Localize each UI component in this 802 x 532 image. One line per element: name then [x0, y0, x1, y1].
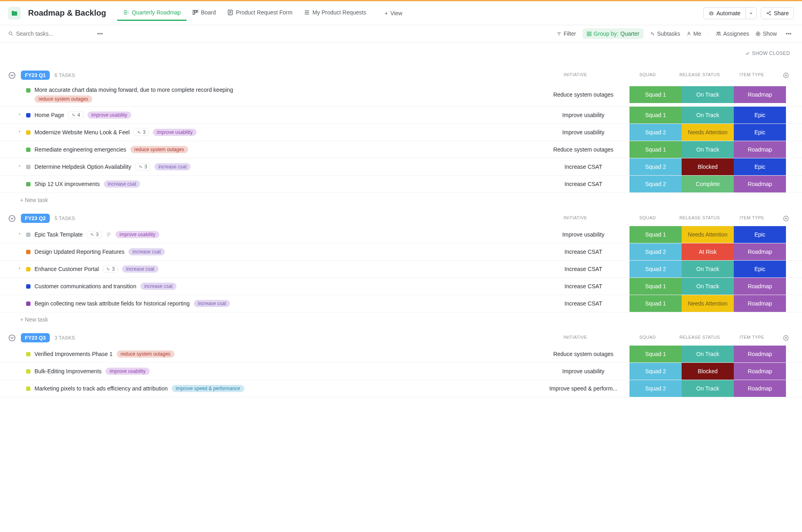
col-header-item-type[interactable]: ITEM TYPE	[726, 72, 778, 79]
subtask-count-badge[interactable]: 3	[134, 129, 149, 136]
task-title[interactable]: Customer communications and transition	[35, 283, 136, 289]
release-status-cell[interactable]: Needs Attention	[682, 226, 734, 243]
item-type-cell[interactable]: Roadmap	[734, 86, 786, 103]
subtask-count-badge[interactable]: 4	[68, 111, 83, 119]
folder-icon[interactable]	[8, 7, 21, 20]
squad-cell[interactable]: Squad 2	[629, 363, 682, 380]
tab-product-request-form[interactable]: Product Request Form	[221, 5, 298, 21]
release-status-cell[interactable]: On Track	[682, 278, 734, 295]
item-type-cell[interactable]: Roadmap	[734, 243, 786, 260]
release-status-cell[interactable]: On Track	[682, 141, 734, 158]
tag-improve_usability[interactable]: improve usability	[116, 231, 159, 238]
initiative-cell[interactable]: Improve usability	[537, 368, 629, 374]
show-button[interactable]: Show	[755, 30, 777, 37]
initiative-cell[interactable]: Reduce system outages	[537, 91, 629, 98]
tag-increase_csat[interactable]: increase csat	[128, 248, 165, 255]
col-header-initiative[interactable]: INITIATIVE	[529, 72, 621, 79]
description-icon[interactable]	[106, 232, 112, 237]
task-row[interactable]: Modernize Website Menu Look & Feel3impro…	[0, 123, 802, 141]
tag-reduce[interactable]: reduce system outages	[130, 146, 188, 153]
task-title[interactable]: Remediate engineering emergencies	[35, 146, 126, 153]
status-square-icon[interactable]	[26, 352, 30, 356]
task-title[interactable]: Enhance Customer Portal	[35, 266, 99, 272]
item-type-cell[interactable]: Roadmap	[734, 141, 786, 158]
initiative-cell[interactable]: Increase CSAT	[537, 266, 629, 272]
col-header-item-type[interactable]: ITEM TYPE	[726, 215, 778, 222]
release-status-cell[interactable]: On Track	[682, 380, 734, 397]
group-pill[interactable]: FY23 Q1	[21, 71, 50, 80]
tag-reduce[interactable]: reduce system outages	[35, 95, 92, 103]
item-type-cell[interactable]: Epic	[734, 158, 786, 175]
col-header-squad[interactable]: SQUAD	[621, 335, 674, 341]
task-row[interactable]: Marketing pixels to track ads efficiency…	[0, 380, 802, 397]
release-status-cell[interactable]: On Track	[682, 107, 734, 123]
release-status-cell[interactable]: Blocked	[682, 158, 734, 175]
tag-reduce[interactable]: reduce system outages	[117, 350, 175, 358]
squad-cell[interactable]: Squad 2	[629, 243, 682, 260]
tag-improve_usability[interactable]: improve usability	[87, 111, 131, 119]
task-row[interactable]: Customer communications and transitionin…	[0, 277, 802, 295]
search-more-icon[interactable]: •••	[95, 30, 106, 37]
item-type-cell[interactable]: Roadmap	[734, 380, 786, 397]
release-status-cell[interactable]: On Track	[682, 86, 734, 103]
status-square-icon[interactable]	[26, 165, 30, 169]
col-header-squad[interactable]: SQUAD	[621, 72, 674, 79]
item-type-cell[interactable]: Roadmap	[734, 346, 786, 362]
task-title[interactable]: Home Page	[35, 112, 64, 118]
squad-cell[interactable]: Squad 2	[629, 261, 682, 277]
task-row[interactable]: Enhance Customer Portal3increase csat In…	[0, 260, 802, 277]
task-row[interactable]: Ship 12 UX improvementsincrease csat Inc…	[0, 175, 802, 193]
col-header-initiative[interactable]: INITIATIVE	[529, 335, 621, 341]
automate-dropdown-button[interactable]	[745, 7, 757, 19]
task-title[interactable]: Design Updated Reporting Features	[35, 249, 124, 255]
tag-increase_csat[interactable]: increase csat	[122, 265, 158, 273]
tag-improve_usability[interactable]: improve usability	[153, 129, 197, 136]
status-square-icon[interactable]	[26, 301, 30, 306]
release-status-cell[interactable]: Needs Attention	[682, 124, 734, 141]
task-title[interactable]: Modernize Website Menu Look & Feel	[35, 129, 130, 136]
release-status-cell[interactable]: Blocked	[682, 363, 734, 380]
squad-cell[interactable]: Squad 1	[629, 295, 682, 312]
status-square-icon[interactable]	[26, 182, 30, 186]
task-title[interactable]: Verified Improvements Phase 1	[35, 351, 113, 357]
squad-cell[interactable]: Squad 2	[629, 158, 682, 175]
status-square-icon[interactable]	[26, 267, 30, 271]
initiative-cell[interactable]: Reduce system outages	[537, 146, 629, 153]
search-input[interactable]	[16, 30, 80, 37]
task-title[interactable]: More accurate chart data moving forward,…	[35, 87, 233, 93]
add-view-button[interactable]: + View	[379, 6, 408, 20]
add-column-button[interactable]	[778, 72, 794, 79]
tab-my-product-requests[interactable]: My Product Requests	[298, 5, 372, 21]
add-column-button[interactable]	[778, 215, 794, 222]
tab-quarterly-roadmap[interactable]: Quarterly Roadmap	[117, 5, 186, 21]
squad-cell[interactable]: Squad 1	[629, 107, 682, 123]
task-row[interactable]: Bulk-Editing Improvementsimprove usabili…	[0, 362, 802, 380]
add-column-button[interactable]	[778, 335, 794, 341]
share-button[interactable]: Share	[761, 7, 794, 19]
task-row[interactable]: Home Page4improve usability Improve usab…	[0, 106, 802, 123]
tag-improve_usability[interactable]: improve usability	[106, 368, 149, 375]
item-type-cell[interactable]: Epic	[734, 107, 786, 123]
collapse-chevron-icon[interactable]	[8, 71, 16, 79]
task-title[interactable]: Bulk-Editing Improvements	[35, 368, 102, 374]
expand-caret-icon[interactable]	[18, 267, 22, 270]
task-row[interactable]: Design Updated Reporting Featuresincreas…	[0, 243, 802, 260]
release-status-cell[interactable]: Needs Attention	[682, 295, 734, 312]
item-type-cell[interactable]: Roadmap	[734, 176, 786, 192]
col-header-initiative[interactable]: INITIATIVE	[529, 215, 621, 222]
item-type-cell[interactable]: Roadmap	[734, 295, 786, 312]
task-row[interactable]: Determine Helpdesk Option Availability3i…	[0, 158, 802, 175]
status-square-icon[interactable]	[26, 250, 30, 254]
expand-caret-icon[interactable]	[18, 232, 22, 235]
initiative-cell[interactable]: Increase CSAT	[537, 283, 629, 289]
subtask-count-badge[interactable]: 3	[135, 163, 150, 170]
squad-cell[interactable]: Squad 1	[629, 278, 682, 295]
col-header-release-status[interactable]: RELEASE STATUS	[674, 335, 726, 341]
task-row[interactable]: More accurate chart data moving forward,…	[0, 83, 802, 106]
release-status-cell[interactable]: At Risk	[682, 243, 734, 260]
status-square-icon[interactable]	[26, 88, 30, 93]
subtasks-button[interactable]: Subtasks	[650, 30, 680, 37]
task-title[interactable]: Determine Helpdesk Option Availability	[35, 164, 131, 170]
col-header-release-status[interactable]: RELEASE STATUS	[674, 215, 726, 222]
tab-board[interactable]: Board	[187, 5, 221, 21]
